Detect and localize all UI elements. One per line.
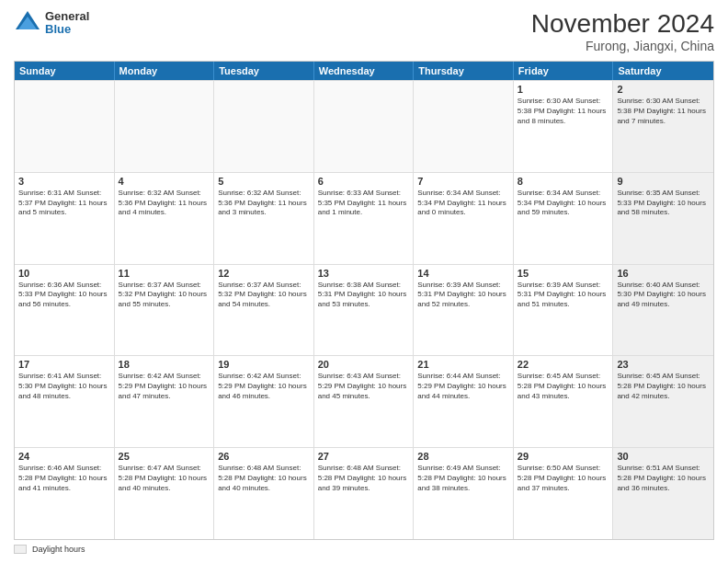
day-info: Sunrise: 6:46 AM Sunset: 5:28 PM Dayligh… <box>18 464 110 493</box>
day-info: Sunrise: 6:42 AM Sunset: 5:29 PM Dayligh… <box>119 372 210 401</box>
day-info: Sunrise: 6:45 AM Sunset: 5:28 PM Dayligh… <box>617 372 710 401</box>
col-header-saturday: Saturday <box>613 62 713 80</box>
day-number: 2 <box>617 84 710 95</box>
day-number: 30 <box>617 451 710 462</box>
day-cell-6: 6Sunrise: 6:33 AM Sunset: 5:35 PM Daylig… <box>314 173 415 264</box>
day-info: Sunrise: 6:41 AM Sunset: 5:30 PM Dayligh… <box>18 372 110 401</box>
day-cell-23: 23Sunrise: 6:45 AM Sunset: 5:28 PM Dayli… <box>613 356 713 447</box>
day-number: 17 <box>18 359 110 370</box>
day-info: Sunrise: 6:38 AM Sunset: 5:31 PM Dayligh… <box>318 281 410 310</box>
col-header-sunday: Sunday <box>15 62 115 80</box>
day-info: Sunrise: 6:33 AM Sunset: 5:35 PM Dayligh… <box>318 189 410 218</box>
day-cell-10: 10Sunrise: 6:36 AM Sunset: 5:33 PM Dayli… <box>15 265 115 356</box>
day-info: Sunrise: 6:50 AM Sunset: 5:28 PM Dayligh… <box>518 464 609 493</box>
calendar-body: 1Sunrise: 6:30 AM Sunset: 5:38 PM Daylig… <box>15 80 713 539</box>
day-number: 26 <box>218 451 310 462</box>
legend-label: Daylight hours <box>32 545 85 554</box>
day-number: 27 <box>318 451 410 462</box>
col-header-monday: Monday <box>115 62 215 80</box>
day-cell-15: 15Sunrise: 6:39 AM Sunset: 5:31 PM Dayli… <box>514 265 614 356</box>
day-info: Sunrise: 6:47 AM Sunset: 5:28 PM Dayligh… <box>119 464 210 493</box>
week-row-1: 1Sunrise: 6:30 AM Sunset: 5:38 PM Daylig… <box>15 80 713 172</box>
day-cell-1: 1Sunrise: 6:30 AM Sunset: 5:38 PM Daylig… <box>514 81 614 172</box>
day-info: Sunrise: 6:44 AM Sunset: 5:29 PM Dayligh… <box>417 372 509 401</box>
logo-text: General Blue <box>45 10 89 37</box>
legend-shaded-box <box>14 545 27 554</box>
day-number: 8 <box>518 176 609 187</box>
day-info: Sunrise: 6:43 AM Sunset: 5:29 PM Dayligh… <box>318 372 410 401</box>
week-row-2: 3Sunrise: 6:31 AM Sunset: 5:37 PM Daylig… <box>15 172 713 264</box>
day-cell-28: 28Sunrise: 6:49 AM Sunset: 5:28 PM Dayli… <box>414 448 514 539</box>
day-number: 19 <box>218 359 310 370</box>
day-info: Sunrise: 6:31 AM Sunset: 5:37 PM Dayligh… <box>18 189 110 218</box>
day-cell-5: 5Sunrise: 6:32 AM Sunset: 5:36 PM Daylig… <box>214 173 314 264</box>
day-cell-24: 24Sunrise: 6:46 AM Sunset: 5:28 PM Dayli… <box>15 448 115 539</box>
day-info: Sunrise: 6:30 AM Sunset: 5:38 PM Dayligh… <box>518 97 609 126</box>
day-info: Sunrise: 6:39 AM Sunset: 5:31 PM Dayligh… <box>518 281 609 310</box>
day-cell-4: 4Sunrise: 6:32 AM Sunset: 5:36 PM Daylig… <box>115 173 215 264</box>
day-number: 28 <box>417 451 509 462</box>
day-number: 22 <box>518 359 609 370</box>
day-info: Sunrise: 6:36 AM Sunset: 5:33 PM Dayligh… <box>18 281 110 310</box>
day-info: Sunrise: 6:49 AM Sunset: 5:28 PM Dayligh… <box>417 464 509 493</box>
day-info: Sunrise: 6:34 AM Sunset: 5:34 PM Dayligh… <box>518 189 609 218</box>
day-number: 1 <box>518 84 609 95</box>
day-info: Sunrise: 6:32 AM Sunset: 5:36 PM Dayligh… <box>119 189 210 218</box>
day-info: Sunrise: 6:40 AM Sunset: 5:30 PM Dayligh… <box>617 281 710 310</box>
day-number: 23 <box>617 359 710 370</box>
day-cell-21: 21Sunrise: 6:44 AM Sunset: 5:29 PM Dayli… <box>414 356 514 447</box>
day-cell-30: 30Sunrise: 6:51 AM Sunset: 5:28 PM Dayli… <box>613 448 713 539</box>
calendar-title: November 2024 <box>531 9 714 39</box>
day-cell-18: 18Sunrise: 6:42 AM Sunset: 5:29 PM Dayli… <box>115 356 215 447</box>
calendar: SundayMondayTuesdayWednesdayThursdayFrid… <box>14 61 714 540</box>
day-number: 13 <box>318 268 410 279</box>
day-cell-25: 25Sunrise: 6:47 AM Sunset: 5:28 PM Dayli… <box>115 448 215 539</box>
day-cell-13: 13Sunrise: 6:38 AM Sunset: 5:31 PM Dayli… <box>314 265 415 356</box>
day-number: 25 <box>119 451 210 462</box>
logo-line2: Blue <box>45 23 89 36</box>
day-info: Sunrise: 6:30 AM Sunset: 5:38 PM Dayligh… <box>617 97 710 126</box>
day-cell-3: 3Sunrise: 6:31 AM Sunset: 5:37 PM Daylig… <box>15 173 115 264</box>
day-cell-19: 19Sunrise: 6:42 AM Sunset: 5:29 PM Dayli… <box>214 356 314 447</box>
day-info: Sunrise: 6:45 AM Sunset: 5:28 PM Dayligh… <box>518 372 609 401</box>
day-cell-26: 26Sunrise: 6:48 AM Sunset: 5:28 PM Dayli… <box>214 448 314 539</box>
logo-icon <box>14 9 41 37</box>
empty-cell-0-0 <box>15 81 115 172</box>
calendar-header-row: SundayMondayTuesdayWednesdayThursdayFrid… <box>15 62 713 80</box>
week-row-4: 17Sunrise: 6:41 AM Sunset: 5:30 PM Dayli… <box>15 355 713 447</box>
day-cell-9: 9Sunrise: 6:35 AM Sunset: 5:33 PM Daylig… <box>613 173 713 264</box>
day-number: 16 <box>617 268 710 279</box>
day-number: 3 <box>18 176 110 187</box>
day-cell-7: 7Sunrise: 6:34 AM Sunset: 5:34 PM Daylig… <box>414 173 514 264</box>
logo-line1: General <box>45 10 89 23</box>
day-number: 6 <box>318 176 410 187</box>
day-cell-22: 22Sunrise: 6:45 AM Sunset: 5:28 PM Dayli… <box>514 356 614 447</box>
col-header-tuesday: Tuesday <box>214 62 314 80</box>
day-info: Sunrise: 6:39 AM Sunset: 5:31 PM Dayligh… <box>417 281 509 310</box>
day-number: 5 <box>218 176 310 187</box>
day-info: Sunrise: 6:42 AM Sunset: 5:29 PM Dayligh… <box>218 372 310 401</box>
col-header-friday: Friday <box>514 62 614 80</box>
day-number: 14 <box>417 268 509 279</box>
day-info: Sunrise: 6:32 AM Sunset: 5:36 PM Dayligh… <box>218 189 310 218</box>
day-info: Sunrise: 6:37 AM Sunset: 5:32 PM Dayligh… <box>218 281 310 310</box>
empty-cell-0-3 <box>314 81 415 172</box>
day-cell-29: 29Sunrise: 6:50 AM Sunset: 5:28 PM Dayli… <box>514 448 614 539</box>
day-info: Sunrise: 6:37 AM Sunset: 5:32 PM Dayligh… <box>119 281 210 310</box>
calendar-subtitle: Furong, Jiangxi, China <box>531 39 714 53</box>
day-cell-20: 20Sunrise: 6:43 AM Sunset: 5:29 PM Dayli… <box>314 356 415 447</box>
empty-cell-0-2 <box>214 81 314 172</box>
empty-cell-0-1 <box>115 81 215 172</box>
page: General Blue November 2024 Furong, Jiang… <box>0 0 728 563</box>
day-cell-11: 11Sunrise: 6:37 AM Sunset: 5:32 PM Dayli… <box>115 265 215 356</box>
day-number: 20 <box>318 359 410 370</box>
day-number: 7 <box>417 176 509 187</box>
day-cell-16: 16Sunrise: 6:40 AM Sunset: 5:30 PM Dayli… <box>613 265 713 356</box>
col-header-thursday: Thursday <box>414 62 514 80</box>
legend: Daylight hours <box>14 545 714 554</box>
day-number: 18 <box>119 359 210 370</box>
title-block: November 2024 Furong, Jiangxi, China <box>531 9 714 53</box>
day-info: Sunrise: 6:34 AM Sunset: 5:34 PM Dayligh… <box>417 189 509 218</box>
day-cell-2: 2Sunrise: 6:30 AM Sunset: 5:38 PM Daylig… <box>613 81 713 172</box>
empty-cell-0-4 <box>414 81 514 172</box>
